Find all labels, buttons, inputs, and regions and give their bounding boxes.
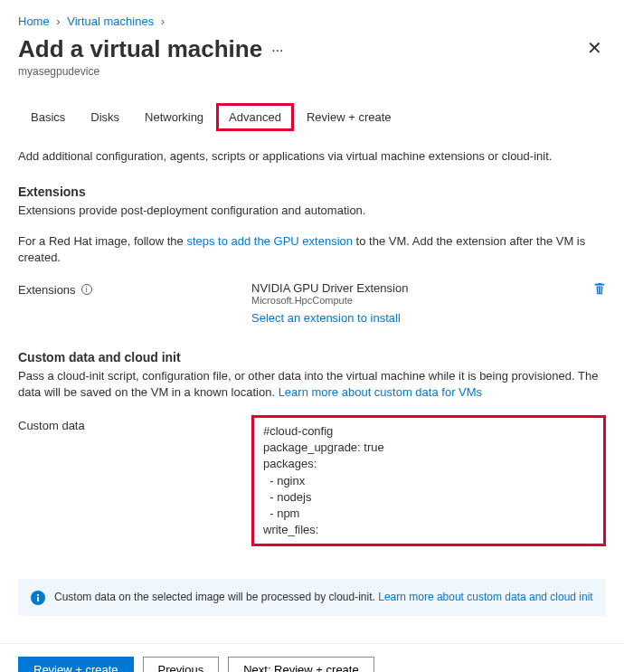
custom-data-label: Custom data bbox=[18, 415, 251, 432]
gpu-extension-link[interactable]: steps to add the GPU extension bbox=[186, 234, 353, 248]
tab-basics[interactable]: Basics bbox=[18, 103, 78, 131]
chevron-right-icon: › bbox=[161, 14, 165, 28]
svg-rect-1 bbox=[37, 597, 39, 601]
extension-item-name: NVIDIA GPU Driver Extension bbox=[251, 281, 579, 295]
close-icon[interactable]: ✕ bbox=[583, 35, 606, 61]
extensions-text: Extensions provide post-deployment confi… bbox=[18, 203, 606, 219]
cloud-init-heading: Custom data and cloud init bbox=[18, 350, 606, 364]
chevron-right-icon: › bbox=[56, 14, 60, 28]
extensions-label: Extensions bbox=[18, 283, 76, 297]
extension-item-publisher: Microsoft.HpcCompute bbox=[251, 295, 579, 306]
info-icon bbox=[31, 591, 45, 605]
extensions-heading: Extensions bbox=[18, 185, 606, 199]
footer-actions: Review + create Previous Next: Review + … bbox=[0, 643, 624, 672]
delete-extension-icon[interactable] bbox=[593, 281, 606, 296]
breadcrumb: Home › Virtual machines › bbox=[18, 14, 606, 28]
more-actions-icon[interactable]: ··· bbox=[271, 43, 283, 59]
device-name: myasegpudevice bbox=[18, 65, 284, 78]
tab-disks[interactable]: Disks bbox=[78, 103, 132, 131]
tab-description: Add additional configuration, agents, sc… bbox=[18, 149, 606, 163]
next-button[interactable]: Next: Review + create bbox=[228, 657, 374, 672]
tab-advanced[interactable]: Advanced bbox=[216, 103, 294, 131]
breadcrumb-home[interactable]: Home bbox=[18, 14, 50, 28]
cloud-init-learn-link[interactable]: Learn more about custom data and cloud i… bbox=[378, 591, 592, 603]
info-banner: Custom data on the selected image will b… bbox=[18, 579, 606, 616]
tabs: Basics Disks Networking Advanced Review … bbox=[18, 103, 606, 131]
tab-review[interactable]: Review + create bbox=[294, 103, 404, 131]
extensions-redhat-note: For a Red Hat image, follow the steps to… bbox=[18, 233, 606, 266]
custom-data-learn-link[interactable]: Learn more about custom data for VMs bbox=[279, 385, 482, 399]
select-extension-link[interactable]: Select an extension to install bbox=[251, 311, 401, 325]
cloud-init-text: Pass a cloud-init script, configuration … bbox=[18, 368, 606, 401]
info-icon[interactable]: i bbox=[81, 284, 92, 295]
svg-rect-2 bbox=[37, 594, 39, 596]
page-title: Add a virtual machine bbox=[18, 35, 262, 63]
previous-button[interactable]: Previous bbox=[143, 657, 220, 672]
review-create-button[interactable]: Review + create bbox=[18, 657, 134, 672]
custom-data-textarea[interactable]: #cloud-config package_upgrade: true pack… bbox=[251, 415, 606, 546]
breadcrumb-vms[interactable]: Virtual machines bbox=[67, 14, 154, 28]
tab-networking[interactable]: Networking bbox=[132, 103, 216, 131]
